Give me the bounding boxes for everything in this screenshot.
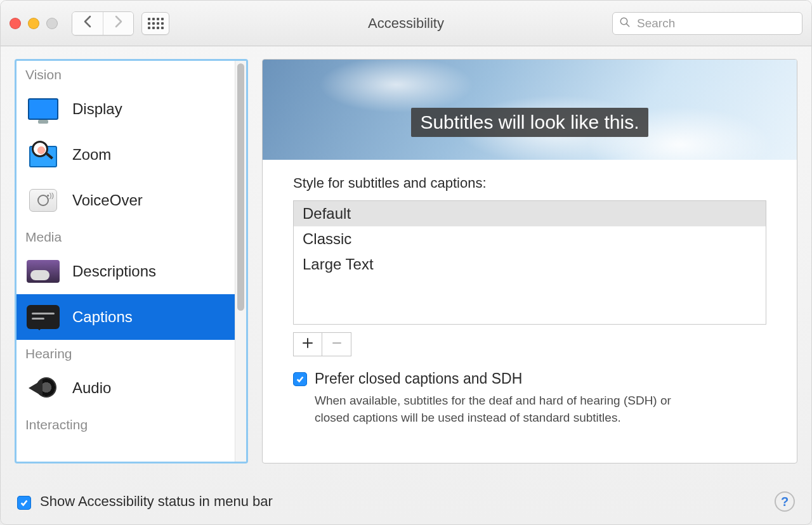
sidebar-list[interactable]: Vision Display Zoom •)) VoiceOver Media … (16, 61, 235, 462)
question-icon: ? (781, 495, 789, 509)
close-window-button[interactable] (10, 18, 21, 29)
chevron-right-icon (114, 15, 123, 31)
captions-panel: Subtitles will look like this. Style for… (262, 59, 797, 463)
chevron-left-icon (83, 15, 92, 31)
display-icon (28, 98, 58, 120)
footer: Show Accessibility status in menu bar ? (1, 479, 811, 524)
sidebar-item-label: VoiceOver (72, 191, 143, 209)
toolbar: Accessibility (1, 1, 811, 46)
zoom-window-button[interactable] (46, 18, 58, 29)
accessibility-prefs-window: Accessibility Vision Display Zoom (0, 0, 812, 525)
sidebar-group-interacting: Interacting (16, 411, 235, 436)
grid-icon (148, 18, 164, 29)
sidebar-group-media: Media (16, 223, 235, 249)
caption-style-list[interactable]: Default Classic Large Text (293, 200, 766, 325)
sidebar-item-label: Descriptions (72, 262, 156, 280)
forward-button[interactable] (103, 12, 133, 35)
show-status-label: Show Accessibility status in menu bar (40, 493, 273, 510)
descriptions-icon (27, 260, 60, 283)
search-input[interactable] (636, 16, 796, 31)
sidebar-item-zoom[interactable]: Zoom (16, 132, 235, 178)
sidebar-item-voiceover[interactable]: •)) VoiceOver (16, 178, 235, 223)
style-row-label: Classic (303, 230, 351, 247)
remove-style-button[interactable] (322, 332, 351, 356)
sidebar-item-label: Zoom (72, 146, 111, 164)
checkmark-icon (296, 375, 304, 384)
style-add-remove (293, 332, 766, 356)
style-row-default[interactable]: Default (294, 201, 766, 226)
show-all-prefs-button[interactable] (141, 12, 169, 35)
sidebar-item-label: Captions (72, 308, 133, 326)
zoom-icon (29, 142, 57, 167)
style-row-classic[interactable]: Classic (294, 226, 766, 252)
sidebar-item-label: Display (72, 100, 122, 118)
nav-back-forward (72, 11, 134, 36)
help-button[interactable]: ? (775, 491, 795, 512)
content-area: Vision Display Zoom •)) VoiceOver Media … (1, 46, 811, 479)
sidebar-item-display[interactable]: Display (16, 86, 235, 132)
style-row-label: Default (303, 205, 351, 222)
sidebar-group-hearing: Hearing (16, 340, 235, 365)
audio-icon (29, 375, 58, 401)
captions-icon (27, 305, 60, 329)
back-button[interactable] (72, 12, 103, 35)
sidebar-item-audio[interactable]: Audio (16, 365, 235, 411)
minimize-window-button[interactable] (28, 18, 39, 29)
sidebar-item-descriptions[interactable]: Descriptions (16, 249, 235, 294)
window-controls (10, 18, 58, 29)
search-field[interactable] (612, 12, 802, 35)
prefer-sdh-checkbox[interactable] (293, 372, 307, 386)
search-icon (619, 16, 631, 30)
sidebar-scrollbar[interactable] (235, 61, 246, 462)
subtitle-preview: Subtitles will look like this. (263, 60, 797, 160)
style-row-label: Large Text (303, 256, 374, 273)
sidebar-item-label: Audio (72, 379, 111, 397)
style-row-large-text[interactable]: Large Text (294, 252, 766, 277)
category-sidebar: Vision Display Zoom •)) VoiceOver Media … (15, 59, 248, 463)
voiceover-icon: •)) (29, 189, 57, 212)
subtitle-sample-text: Subtitles will look like this. (411, 108, 648, 137)
sidebar-item-captions[interactable]: Captions (16, 294, 235, 340)
plus-icon (302, 336, 313, 353)
prefer-sdh-label: Prefer closed captions and SDH (315, 370, 683, 387)
style-section-label: Style for subtitles and captions: (293, 175, 766, 191)
scrollbar-thumb[interactable] (237, 63, 244, 311)
checkmark-icon (20, 498, 29, 507)
svg-line-1 (626, 23, 629, 27)
sidebar-group-vision: Vision (16, 61, 235, 86)
show-status-checkbox[interactable] (17, 496, 31, 510)
prefer-sdh-help: When available, subtitles for the deaf a… (315, 392, 683, 426)
minus-icon (331, 336, 343, 353)
add-style-button[interactable] (293, 332, 322, 356)
